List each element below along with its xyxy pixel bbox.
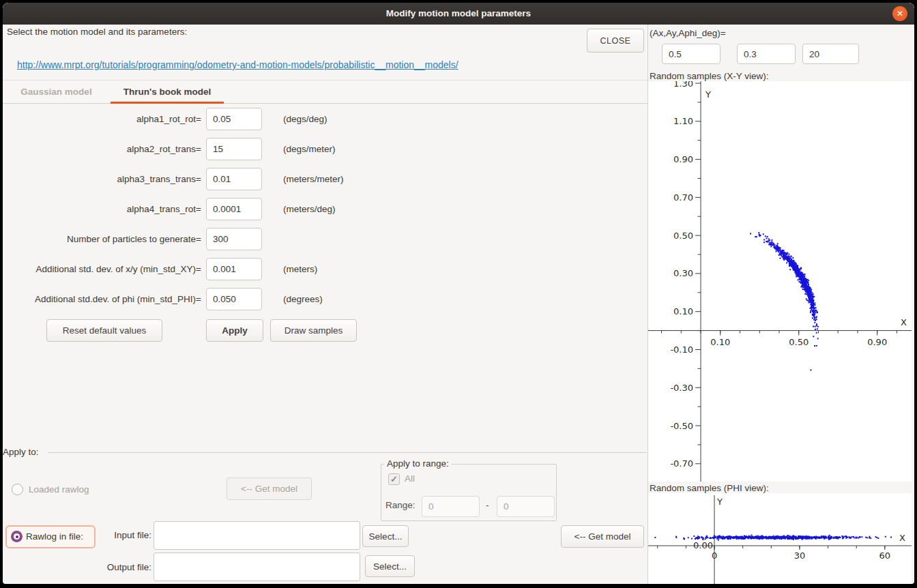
xy-view-title: Random samples (X-Y view):: [650, 71, 769, 81]
loaded-rawlog-radio: [12, 484, 23, 495]
get-model-button-top: <-- Get model: [227, 477, 312, 500]
svg-text:X: X: [899, 533, 905, 543]
svg-text:Y: Y: [716, 497, 723, 507]
range-from-input: [422, 496, 480, 517]
ay-input[interactable]: [737, 44, 796, 64]
num-particles-label: Number of particles to generate=: [3, 228, 201, 250]
num-particles-input[interactable]: [206, 228, 262, 250]
select-input-file-button[interactable]: Select...: [362, 525, 409, 547]
min-std-xy-input[interactable]: [206, 258, 262, 280]
output-file-label: Output file:: [74, 557, 151, 578]
active-tab-underline: [111, 102, 224, 104]
alpha1-label: alpha1_rot_rot=: [3, 108, 201, 130]
apply-button[interactable]: Apply: [206, 319, 263, 342]
svg-text:X: X: [901, 317, 907, 327]
window-title: Modify motion model parameters: [3, 3, 914, 25]
min-std-xy-unit: (meters): [283, 258, 317, 280]
min-std-xy-label: Additional std. dev. of x/y (min_std_XY)…: [3, 258, 201, 280]
alpha4-unit: (meters/deg): [283, 198, 336, 220]
output-file-field[interactable]: [154, 553, 360, 581]
alpha4-input[interactable]: [206, 198, 262, 220]
xy-scatter-plot: 1.301.100.900.700.500.300.10-0.10-0.30-0…: [648, 81, 912, 482]
svg-text:0.70: 0.70: [673, 192, 693, 203]
all-checkbox-label: All: [405, 473, 415, 484]
min-std-phi-input[interactable]: [206, 288, 262, 310]
svg-text:60: 60: [879, 550, 891, 561]
range-label: Range:: [385, 500, 416, 510]
svg-text:0.30: 0.30: [673, 268, 693, 278]
range-to-input: [497, 496, 555, 517]
pose-increment-label: (Ax,Ay,Aphi_deg)=: [650, 28, 726, 38]
alpha2-unit: (degs/meter): [283, 138, 336, 160]
titlebar[interactable]: Modify motion model parameters ✕: [3, 3, 914, 25]
svg-text:-0.10: -0.10: [670, 344, 693, 355]
alpha4-label: alpha4_trans_rot=: [3, 198, 201, 220]
input-file-field[interactable]: [154, 521, 360, 550]
phi-view-title: Random samples (PHI view):: [650, 483, 769, 493]
svg-text:0.10: 0.10: [710, 337, 730, 347]
apply-to-range-legend: Apply to range:: [384, 458, 452, 469]
alpha3-input[interactable]: [206, 168, 262, 190]
alpha1-unit: (degs/deg): [283, 108, 328, 130]
tab-thruns-book-model[interactable]: Thrun's book model: [111, 80, 224, 104]
draw-samples-button[interactable]: Draw samples: [270, 319, 357, 342]
alpha1-input[interactable]: [206, 108, 262, 130]
min-std-phi-label: Additional std.dev. of phi (min_std_PHI)…: [3, 288, 201, 310]
rawlog-in-file-radio[interactable]: [11, 531, 23, 542]
apply-to-range-group: Apply to range: ✓ All Range: -: [381, 464, 557, 521]
apply-to-legend: Apply to:: [3, 447, 42, 457]
svg-text:0.90: 0.90: [867, 337, 887, 347]
svg-text:0.00: 0.00: [693, 540, 713, 550]
alpha2-label: alpha2_rot_trans=: [3, 138, 201, 160]
alpha3-label: alpha3_trans_trans=: [3, 168, 201, 190]
svg-text:0: 0: [712, 550, 717, 561]
svg-text:Y: Y: [705, 89, 711, 100]
range-dash: -: [486, 500, 489, 510]
reset-default-values-button[interactable]: Reset default values: [46, 319, 162, 342]
tutorial-link[interactable]: http://www.mrpt.org/tutorials/programmin…: [17, 59, 458, 70]
input-file-label: Input file:: [74, 525, 151, 546]
tab-gaussian-model[interactable]: Gaussian model: [7, 80, 106, 104]
aphi-input[interactable]: [802, 44, 859, 64]
instruction-label: Select the motion model and its paramete…: [7, 27, 187, 37]
all-checkbox: ✓: [388, 473, 400, 485]
svg-text:0.50: 0.50: [789, 337, 809, 347]
svg-text:0.50: 0.50: [673, 231, 693, 241]
ax-input[interactable]: [662, 44, 720, 64]
tab-strip: Gaussian model Thrun's book model: [3, 80, 647, 104]
svg-text:-0.50: -0.50: [670, 421, 693, 431]
alpha3-unit: (meters/meter): [283, 168, 344, 190]
min-std-phi-unit: (degrees): [283, 288, 323, 310]
svg-text:1.10: 1.10: [673, 116, 693, 126]
svg-text:-0.30: -0.30: [670, 383, 693, 393]
alpha2-input[interactable]: [206, 138, 262, 160]
svg-text:0.10: 0.10: [673, 306, 693, 317]
select-output-file-button[interactable]: Select...: [365, 555, 415, 577]
phi-scatter-plot: 030600.00YX: [648, 493, 912, 584]
svg-text:30: 30: [794, 550, 806, 561]
close-button[interactable]: CLOSE: [587, 29, 644, 53]
svg-text:0.90: 0.90: [673, 154, 693, 164]
window-close-icon[interactable]: ✕: [892, 6, 907, 21]
get-model-button-bottom[interactable]: <-- Get model: [561, 525, 644, 548]
svg-text:1.30: 1.30: [673, 81, 693, 89]
loaded-rawlog-label: Loaded rawlog: [29, 484, 89, 495]
apply-to-frame-line: [48, 452, 647, 453]
xy-scatter-chart: 1.301.100.900.700.500.300.10-0.10-0.30-0…: [648, 81, 912, 482]
phi-scatter-chart: 030600.00YX: [648, 493, 912, 584]
svg-text:-0.70: -0.70: [670, 458, 693, 469]
dialog-window: Modify motion model parameters ✕ Select …: [3, 3, 914, 584]
